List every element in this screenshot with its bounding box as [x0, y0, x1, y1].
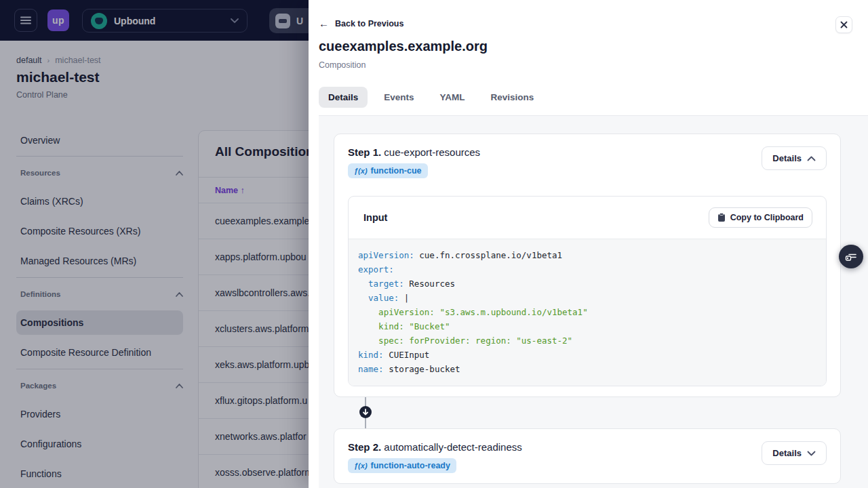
- drawer-content: Step 1. cue-export-resources ƒ(x) functi…: [319, 115, 868, 488]
- function-badge-label: function-auto-ready: [371, 461, 450, 470]
- tab-yaml[interactable]: YAML: [431, 87, 475, 108]
- code-line: kind: CUEInput: [358, 348, 816, 362]
- step1-details-button[interactable]: Details: [762, 146, 827, 170]
- code-line: apiVersion: cue.fn.crossplane.io/v1beta1: [358, 248, 816, 262]
- details-button-label: Details: [772, 153, 802, 163]
- drawer-title: cueexamples.example.org: [319, 39, 488, 54]
- function-icon: ƒ(x): [354, 462, 368, 470]
- back-arrow-icon: ←: [319, 18, 329, 28]
- close-icon: [840, 21, 848, 28]
- clipboard-icon: [717, 213, 726, 222]
- step-name: automatically-detect-readiness: [384, 441, 521, 453]
- screen: up Upbound U default › michael-test mich…: [0, 0, 868, 488]
- code-line: apiVersion: "s3.aws.m.upbound.io/v1beta1…: [358, 305, 816, 319]
- code-line: value: |: [358, 291, 816, 305]
- back-button[interactable]: ← Back to Previous: [319, 18, 403, 28]
- pipeline-step-card-2: Step 2. automatically-detect-readiness ƒ…: [334, 428, 841, 484]
- chevron-up-icon: [807, 156, 816, 161]
- pipeline-connector: [360, 397, 371, 428]
- input-section-header: Input Copy to Clipboard: [349, 197, 826, 239]
- step-header: Step 2. automatically-detect-readiness ƒ…: [334, 429, 840, 473]
- chevron-down-icon: [807, 451, 816, 456]
- drawer-subtitle: Composition: [319, 60, 366, 70]
- step2-details-button[interactable]: Details: [762, 441, 827, 465]
- step-name: cue-export-resources: [384, 146, 480, 158]
- step-header: Step 1. cue-export-resources ƒ(x) functi…: [334, 134, 840, 178]
- function-badge: ƒ(x) function-cue: [348, 163, 428, 178]
- code-line: target: Resources: [358, 277, 816, 291]
- yaml-code-block: apiVersion: cue.fn.crossplane.io/v1beta1…: [349, 239, 826, 386]
- code-line: kind: "Bucket": [358, 319, 816, 333]
- function-icon: ƒ(x): [354, 167, 368, 175]
- code-line: name: storage-bucket: [358, 362, 816, 376]
- step-label: Step 1.: [348, 146, 381, 158]
- input-section-card: Input Copy to Clipboard apiVersion: cue.…: [348, 196, 827, 386]
- step-heading: Step 1. cue-export-resources ƒ(x) functi…: [348, 146, 480, 178]
- code-line: export:: [358, 262, 816, 277]
- drawer-tabs: Details Events YAML Revisions: [319, 87, 543, 108]
- copy-button-label: Copy to Clipboard: [730, 213, 804, 222]
- tab-details[interactable]: Details: [319, 87, 368, 108]
- tab-events[interactable]: Events: [374, 87, 423, 108]
- composition-detail-drawer: ← Back to Previous cueexamples.example.o…: [309, 0, 868, 488]
- code-line: spec: forProvider: region: "us-east-2": [358, 333, 816, 348]
- step-heading: Step 2. automatically-detect-readiness ƒ…: [348, 441, 522, 473]
- details-button-label: Details: [772, 448, 802, 458]
- arrow-down-node-icon: [359, 406, 372, 418]
- step-label: Step 2.: [348, 441, 381, 453]
- details-list-icon: [845, 251, 857, 262]
- copy-to-clipboard-button[interactable]: Copy to Clipboard: [709, 207, 812, 228]
- pipeline-step-card-1: Step 1. cue-export-resources ƒ(x) functi…: [334, 134, 841, 397]
- input-section-title: Input: [363, 212, 387, 223]
- resource-details-toggle-button[interactable]: [839, 245, 863, 268]
- function-badge-label: function-cue: [371, 166, 422, 176]
- back-button-label: Back to Previous: [335, 19, 403, 28]
- tab-revisions[interactable]: Revisions: [481, 87, 544, 108]
- function-badge: ƒ(x) function-auto-ready: [348, 458, 456, 473]
- close-button[interactable]: [835, 16, 852, 33]
